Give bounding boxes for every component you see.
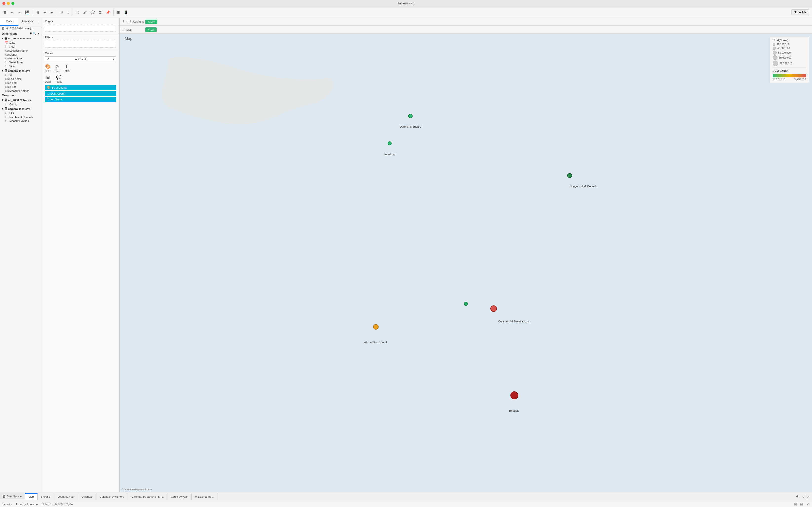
size-label: Size: [55, 70, 59, 72]
dim-x-lon[interactable]: Abc X Lon: [0, 81, 42, 85]
grid-icon[interactable]: ⊞: [2, 9, 8, 15]
swap-button[interactable]: ⇄: [59, 9, 65, 15]
dim-month-label: Month: [9, 53, 17, 56]
dimensions-header: Dimensions ⊞ 🔍 ▼: [0, 31, 42, 36]
dim-year[interactable]: # Year: [0, 64, 42, 68]
label-button[interactable]: T Label: [63, 64, 69, 72]
tab-count-by-hour[interactable]: Count by hour: [54, 493, 78, 500]
dim-date[interactable]: 📅 Date: [0, 41, 42, 45]
rows-label: ≡ Rows: [120, 27, 144, 32]
fit-button[interactable]: ⊡: [97, 9, 103, 15]
tab-count-by-year[interactable]: Count by year: [167, 493, 191, 500]
dim-id[interactable]: # Id: [0, 73, 42, 77]
dim-week-day[interactable]: Abc Week Day: [0, 57, 42, 60]
dim-location-name[interactable]: Abc Location Name: [0, 49, 42, 53]
canvas-area: ⋮⋮⋮ Columns X Lon ≡ Rows Y Lat: [120, 18, 812, 492]
size-button[interactable]: ⊙ Size: [55, 64, 59, 72]
marks-type-dropdown[interactable]: ⊙ Automatic ▾: [45, 56, 116, 62]
tooltip-icon: 💬: [56, 74, 61, 80]
hash-icon4: #: [5, 74, 8, 76]
tab-icons: ⊕ ◁ ▷: [795, 494, 812, 499]
hash-icon3: #: [5, 65, 8, 68]
redo-button[interactable]: ↪: [49, 9, 55, 15]
dim-hour[interactable]: # Hour: [0, 45, 42, 49]
measure-num-records[interactable]: # Number of Records: [0, 115, 42, 119]
panel-options-button[interactable]: ⋮: [37, 18, 42, 26]
data-source-label: all_2008-2014.csv+ (...: [6, 27, 33, 30]
columns-icon: ⋮⋮⋮: [122, 20, 132, 24]
sort-asc-button[interactable]: ↕: [66, 9, 71, 15]
dim-year-label: Year: [9, 65, 15, 68]
marks-label: Marks: [45, 52, 116, 55]
undo-button[interactable]: ↩: [42, 9, 48, 15]
datasource1-header[interactable]: ▾ 🗄 all_2008-2014.csv: [0, 36, 42, 41]
measure-values[interactable]: # Measure Values: [0, 119, 42, 123]
dim-y-lat[interactable]: Abc Y Lat: [0, 85, 42, 89]
legend-max-label: 72,731,318: [794, 78, 806, 81]
collapse-icon2: ▾: [2, 69, 3, 72]
measures-datasource2-header[interactable]: ▾ 🗄 camera_locs.csv: [0, 106, 42, 111]
dim-location-name-label: Location Name: [9, 49, 27, 52]
dim-month[interactable]: Abc Month: [0, 53, 42, 57]
label-pill-icon: T: [47, 98, 49, 101]
label-dortmund-square: Dortmund Square: [400, 125, 421, 128]
filters-drop-zone[interactable]: [45, 40, 116, 48]
new-datasource-button[interactable]: ⊕: [35, 9, 41, 15]
mark-pill-size[interactable]: ⊙ SUM(Count): [45, 91, 116, 96]
y-lat-pill[interactable]: Y Lat: [146, 27, 157, 32]
forward-button[interactable]: →: [16, 9, 23, 15]
scroll-left-icon[interactable]: ◁: [801, 494, 805, 499]
dim-measure-names[interactable]: Abc Measure Names: [0, 89, 42, 93]
format-button[interactable]: 🖌: [82, 9, 88, 15]
tab-dashboard1[interactable]: ⊞ Dashboard 1: [191, 493, 218, 500]
maximize-button[interactable]: [11, 2, 14, 5]
pages-drop-zone[interactable]: [45, 24, 116, 32]
data-tab[interactable]: Data: [0, 18, 18, 26]
fit-icon[interactable]: ⊡: [799, 502, 804, 507]
mark-pill-color[interactable]: 🎨 SUM(Count): [45, 85, 116, 90]
detail-button[interactable]: ⊞ Detail: [45, 74, 51, 83]
back-button[interactable]: ←: [9, 9, 15, 15]
tooltip-button[interactable]: 💬 Tooltip: [55, 74, 62, 83]
tooltip-button[interactable]: 💬: [89, 9, 96, 15]
dim-week-num[interactable]: # Week Num: [0, 60, 42, 64]
tab-sheet2[interactable]: Sheet 2: [38, 493, 54, 500]
arrow-icon[interactable]: ↙: [805, 502, 810, 507]
zoom-icon[interactable]: ⊞: [793, 502, 798, 507]
tab-calendar-by-camera-nte[interactable]: Calendar by camera - NTE: [128, 493, 167, 500]
map-dots-container: Dortmund Square Headrow Briggate at McDo…: [120, 34, 812, 492]
hash-icon6: #: [5, 112, 8, 115]
dim-y-lat-label: Y Lat: [9, 86, 16, 89]
save-button[interactable]: 💾: [24, 9, 31, 15]
measure-count[interactable]: # Count: [0, 102, 42, 106]
mark-pill-label[interactable]: T Loc Name: [45, 97, 116, 102]
pin-button[interactable]: 📌: [104, 9, 111, 15]
search-icon[interactable]: 🔍: [33, 32, 36, 35]
pages-label: Pages: [45, 20, 116, 23]
color-button[interactable]: 🎨 Color: [45, 64, 51, 72]
color-icon: 🎨: [45, 64, 51, 69]
marks-button[interactable]: ⬡: [75, 9, 81, 15]
tab-calendar[interactable]: Calendar: [78, 493, 97, 500]
grid-view-icon[interactable]: ⊞: [30, 32, 32, 35]
db-icon: 🗄: [3, 495, 6, 498]
analytics-tab[interactable]: Analytics: [18, 18, 37, 26]
close-button[interactable]: [2, 2, 5, 5]
bottom-tabs: 🗄 Data Source Map Sheet 2 Count by hour …: [0, 492, 812, 501]
tab-calendar-by-camera[interactable]: Calendar by camera: [96, 493, 128, 500]
minimize-button[interactable]: [7, 2, 10, 5]
device-button[interactable]: 📱: [122, 9, 129, 15]
show-me-button[interactable]: Show Me: [791, 9, 809, 15]
tab-map[interactable]: Map: [25, 493, 37, 500]
measure-fid[interactable]: # FID: [0, 111, 42, 115]
dim-loc-name[interactable]: Abc Loc Name: [0, 77, 42, 81]
measures-datasource1-header[interactable]: ▾ 🗄 all_2008-2014.csv: [0, 98, 42, 102]
add-icon[interactable]: ▼: [37, 32, 40, 35]
new-sheet-icon[interactable]: ⊕: [795, 494, 800, 499]
datasource2-header[interactable]: ▾ 🗄 camera_locs.csv: [0, 68, 42, 73]
scroll-right-icon[interactable]: ▷: [806, 494, 810, 499]
view-button[interactable]: ⊞: [116, 9, 121, 15]
x-lon-pill[interactable]: X Lon: [146, 19, 158, 24]
tab-data-source[interactable]: 🗄 Data Source: [0, 494, 25, 499]
legend-gradient-labels: 29,123,013 72,731,318: [773, 78, 806, 81]
